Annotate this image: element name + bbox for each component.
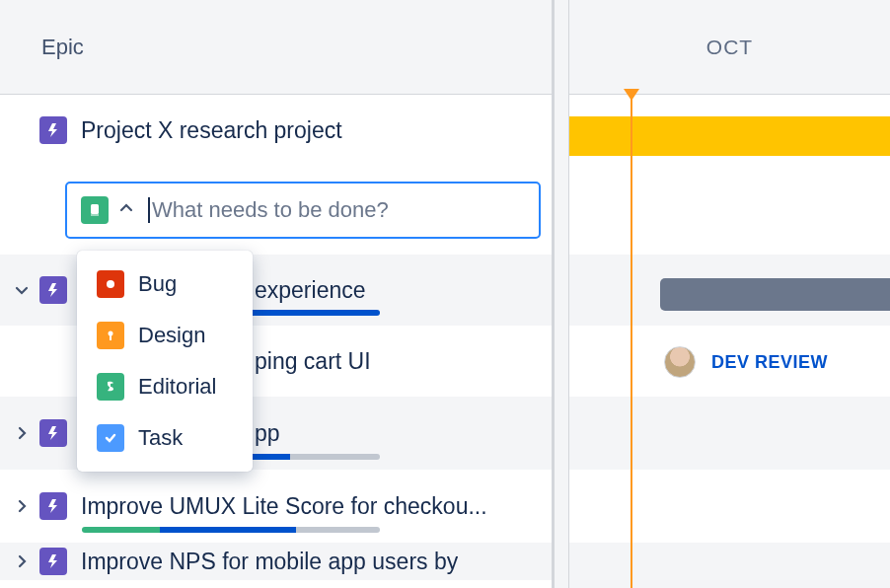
bug-icon <box>97 270 124 298</box>
timeline-bar-epic[interactable] <box>569 116 890 156</box>
timeline-grid <box>569 95 890 588</box>
issue-type-option-task[interactable]: Task <box>77 412 253 464</box>
option-label: Editorial <box>138 374 216 400</box>
issue-type-option-design[interactable]: Design <box>77 310 253 361</box>
epic-icon <box>39 116 67 144</box>
svg-rect-1 <box>91 214 99 216</box>
progress-bar <box>82 527 380 533</box>
epic-icon <box>39 492 67 520</box>
svg-point-2 <box>107 280 114 288</box>
svg-point-3 <box>109 331 113 336</box>
option-label: Bug <box>138 271 177 297</box>
chevron-up-icon[interactable] <box>118 200 138 220</box>
epic-row[interactable]: Improve NPS for mobile app users by <box>0 543 552 580</box>
option-label: Design <box>138 323 205 348</box>
create-issue-row: What needs to be done? <box>0 166 552 255</box>
status-badge[interactable]: DEV REVIEW <box>711 352 828 373</box>
timeline-badge-row: DEV REVIEW <box>664 346 828 378</box>
epic-row[interactable]: Project X research project <box>0 95 552 166</box>
epic-title: Improve NPS for mobile app users by <box>81 549 458 575</box>
epic-row[interactable]: Improve UMUX Lite Score for checkou... <box>0 470 552 543</box>
chevron-right-icon[interactable] <box>12 425 32 441</box>
design-icon <box>97 322 124 349</box>
epic-title: Project X research project <box>81 117 342 144</box>
today-line <box>630 95 632 588</box>
issue-type-dropdown: Bug Design Editorial Task <box>77 251 253 472</box>
avatar[interactable] <box>664 346 696 378</box>
svg-rect-0 <box>91 204 99 214</box>
epic-icon <box>39 548 67 575</box>
epic-title: Improve UMUX Lite Score for checkou... <box>81 493 487 520</box>
svg-rect-4 <box>110 335 111 340</box>
chevron-right-icon[interactable] <box>12 553 32 569</box>
editorial-icon <box>97 373 124 401</box>
chevron-down-icon[interactable] <box>12 282 32 298</box>
panel-divider[interactable] <box>555 0 568 588</box>
timeline-bar-child[interactable] <box>660 278 890 311</box>
timeline-month-header: OCT <box>569 0 890 95</box>
create-issue-input[interactable]: What needs to be done? <box>65 182 541 239</box>
column-header-epic: Epic <box>0 0 552 95</box>
month-label: OCT <box>706 36 753 59</box>
issue-summary-input[interactable]: What needs to be done? <box>148 197 389 223</box>
task-icon <box>97 424 124 452</box>
epic-icon <box>39 419 67 447</box>
issue-type-selected-icon[interactable] <box>81 196 109 224</box>
issue-type-option-bug[interactable]: Bug <box>77 258 253 310</box>
epic-icon <box>39 276 67 304</box>
epic-header-label: Epic <box>41 35 84 60</box>
chevron-right-icon[interactable] <box>12 498 32 514</box>
issue-type-option-editorial[interactable]: Editorial <box>77 361 253 412</box>
option-label: Task <box>138 425 183 451</box>
